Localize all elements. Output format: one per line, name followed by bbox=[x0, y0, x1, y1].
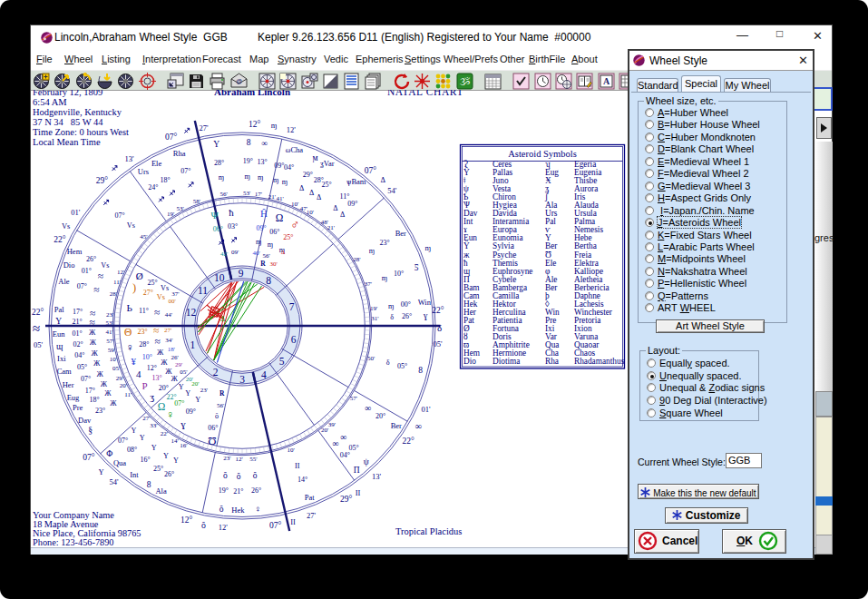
svg-text:07°: 07° bbox=[115, 211, 125, 220]
svg-text:ħ: ħ bbox=[229, 207, 234, 218]
svg-text:02°: 02° bbox=[73, 340, 83, 349]
svg-text:Local Mean Time: Local Mean Time bbox=[33, 137, 101, 147]
svg-text:11': 11' bbox=[124, 391, 132, 398]
svg-text:∞: ∞ bbox=[365, 403, 371, 413]
svg-text:57': 57' bbox=[350, 395, 357, 402]
svg-text:19': 19' bbox=[167, 211, 174, 218]
svg-text:40': 40' bbox=[252, 250, 259, 257]
svg-text:20': 20' bbox=[120, 382, 127, 389]
svg-text:Dio: Dio bbox=[463, 357, 476, 366]
svg-text:22°: 22° bbox=[402, 437, 414, 446]
svg-text:00': 00' bbox=[169, 298, 176, 305]
svg-text:ɱ: ɱ bbox=[282, 178, 288, 186]
svg-text:Υ: Υ bbox=[151, 444, 157, 452]
svg-text:08°: 08° bbox=[127, 446, 137, 454]
svg-text:Int: Int bbox=[130, 470, 139, 479]
svg-text:Her: Her bbox=[63, 380, 74, 389]
svg-text:01': 01' bbox=[421, 405, 431, 414]
svg-text:20°: 20° bbox=[375, 412, 385, 420]
svg-text:27°: 27° bbox=[143, 289, 153, 297]
svg-text:26°: 26° bbox=[164, 470, 174, 478]
svg-text:Ω: Ω bbox=[158, 401, 166, 412]
svg-text:9: 9 bbox=[239, 268, 244, 279]
svg-text:Ele: Ele bbox=[151, 159, 162, 168]
svg-text:♀: ♀ bbox=[166, 408, 174, 421]
svg-text:ŏ: ŏ bbox=[215, 412, 219, 420]
svg-text:x: x bbox=[229, 318, 233, 325]
svg-text:12°: 12° bbox=[249, 120, 261, 129]
svg-text:13°: 13° bbox=[258, 158, 268, 166]
svg-text:Δ: Δ bbox=[381, 175, 386, 184]
svg-text:Rha: Rha bbox=[173, 149, 186, 158]
svg-text:12': 12' bbox=[287, 125, 297, 134]
svg-text:17°: 17° bbox=[85, 387, 95, 395]
svg-text:11°: 11° bbox=[139, 307, 149, 315]
svg-text:ɣ: ɣ bbox=[180, 418, 186, 429]
svg-text:13': 13' bbox=[372, 472, 382, 481]
svg-text:Ж: Ж bbox=[157, 349, 164, 357]
svg-text:Υ: Υ bbox=[98, 467, 103, 476]
svg-text:14°: 14° bbox=[297, 476, 307, 484]
svg-text:26': 26' bbox=[171, 354, 179, 361]
svg-text:ѱBam: ѱBam bbox=[346, 177, 366, 186]
svg-text:Dav: Dav bbox=[78, 416, 92, 425]
svg-text:≈: ≈ bbox=[154, 307, 160, 318]
svg-text:Υ: Υ bbox=[179, 383, 184, 391]
svg-text:25°: 25° bbox=[283, 233, 293, 241]
svg-text:07°: 07° bbox=[269, 521, 282, 530]
svg-text:Pal: Pal bbox=[54, 305, 65, 314]
svg-text:07°: 07° bbox=[81, 375, 91, 383]
svg-text:Ω: Ω bbox=[276, 212, 284, 223]
svg-text:ɱ: ɱ bbox=[258, 173, 263, 182]
svg-text:23°: 23° bbox=[379, 239, 389, 247]
svg-text:55': 55' bbox=[249, 456, 257, 463]
svg-text:δ: δ bbox=[437, 322, 442, 333]
svg-text:12: 12 bbox=[186, 307, 197, 318]
svg-text:ɱ: ɱ bbox=[245, 172, 250, 181]
svg-text:19': 19' bbox=[370, 305, 377, 312]
svg-text:Ж: Ж bbox=[89, 329, 96, 337]
svg-text:4: 4 bbox=[261, 369, 267, 380]
svg-text:ŏ: ŏ bbox=[253, 471, 258, 480]
svg-text:07°: 07° bbox=[77, 282, 87, 290]
svg-text:ɱ: ɱ bbox=[382, 274, 387, 282]
svg-text:04°: 04° bbox=[284, 163, 294, 172]
svg-text:Dio: Dio bbox=[63, 260, 75, 270]
svg-text:Ƽ: Ƽ bbox=[414, 263, 419, 272]
svg-text:41': 41' bbox=[105, 329, 112, 336]
svg-text:NATAL CHART: NATAL CHART bbox=[387, 90, 463, 97]
svg-text:ɰ: ɰ bbox=[56, 342, 63, 351]
svg-text:09°: 09° bbox=[186, 408, 196, 416]
svg-text:37': 37' bbox=[365, 280, 372, 288]
svg-text:ɱ: ɱ bbox=[271, 121, 278, 130]
svg-text:10: 10 bbox=[214, 272, 225, 283]
svg-text:01': 01' bbox=[71, 208, 81, 217]
svg-text:∞: ∞ bbox=[332, 438, 338, 448]
svg-text:8: 8 bbox=[266, 275, 271, 286]
svg-text:Δ: Δ bbox=[309, 189, 314, 197]
svg-text:Win: Win bbox=[418, 298, 432, 307]
svg-text:37 N 34 85 W 44: 37 N 34 85 W 44 bbox=[33, 117, 103, 127]
svg-text:56': 56' bbox=[219, 191, 227, 198]
svg-text:ϻ: ϻ bbox=[312, 153, 317, 162]
svg-text:Ь: Ь bbox=[126, 302, 132, 313]
svg-text:29°: 29° bbox=[340, 495, 353, 504]
svg-text:Υ: Υ bbox=[185, 389, 190, 398]
svg-text:07°: 07° bbox=[180, 167, 190, 175]
svg-text:05': 05' bbox=[112, 365, 120, 372]
svg-text:53': 53' bbox=[243, 190, 250, 197]
svg-text:Υ: Υ bbox=[132, 427, 137, 435]
svg-text:Ж: Ж bbox=[90, 339, 97, 347]
svg-text:16°: 16° bbox=[140, 456, 150, 464]
svg-text:Rhadamanthus: Rhadamanthus bbox=[574, 357, 625, 366]
svg-text:21': 21' bbox=[327, 224, 335, 231]
svg-text:09°: 09° bbox=[347, 200, 357, 208]
svg-text:II: II bbox=[290, 517, 296, 526]
svg-text:25°: 25° bbox=[147, 279, 157, 287]
svg-text:29': 29' bbox=[116, 375, 123, 382]
svg-text:59': 59' bbox=[108, 347, 115, 354]
svg-text:42': 42' bbox=[220, 250, 228, 258]
svg-text:03°: 03° bbox=[228, 222, 238, 231]
svg-text:8: 8 bbox=[247, 138, 251, 147]
svg-text:ωCha: ωCha bbox=[286, 145, 304, 154]
